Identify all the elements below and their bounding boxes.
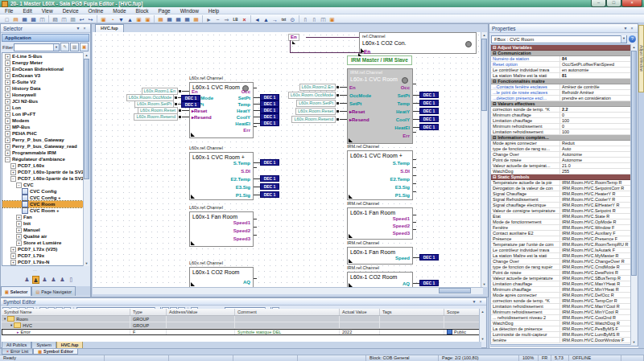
tree-expander-icon[interactable]: +	[5, 73, 10, 79]
property-row[interactable]: Minimum chauffageIRM.Room.HVC.MinYHeat R	[491, 287, 632, 293]
symbol-label[interactable]: L60x.Room2.En	[299, 84, 336, 91]
property-row[interactable]: Change OverAutonome	[491, 152, 632, 158]
port-out-err[interactable]: Err	[402, 133, 410, 139]
property-row[interactable]: ...détection présence escl...prendre en …	[491, 96, 632, 101]
port-out-e2-temp[interactable]: E2.Temp	[230, 177, 250, 183]
port-out-e3-sig[interactable]: E3.Sig	[236, 185, 250, 191]
tree-expander-icon[interactable]: +	[5, 150, 10, 156]
property-value[interactable]: IRM.Room.HVC.MinYHeat R	[560, 287, 632, 292]
port-out-setpt[interactable]: SetPt	[398, 93, 410, 99]
document-tab-hvc-fup[interactable]: HVC.fup	[95, 24, 124, 32]
fbox-family-icon-1[interactable]: ♟	[23, 276, 31, 284]
tree-item-peha-phc[interactable]: +PEHA PHC	[2, 130, 85, 137]
menu-item-file[interactable]: File	[0, 8, 18, 14]
tree-item-pcd7-l60x-1partir-de-la-sv2-13[interactable]: −PCD7_L60x-1partir de la SV2_13	[2, 175, 85, 182]
undo-icon[interactable]: ↩	[78, 15, 86, 23]
splitter-dots[interactable]: ⋯	[33, 268, 37, 273]
port-in-resend[interactable]: ▸Resend	[192, 115, 212, 121]
tree-expander-icon[interactable]: +	[5, 137, 10, 143]
property-row[interactable]: Minimum refroidissementIRM.Room.HVC.MinY…	[491, 310, 632, 315]
symbol-label[interactable]: L60x.Room.Reset	[295, 108, 336, 115]
dec-converter[interactable]: DEC 1	[419, 108, 439, 114]
fbox-l60x-fan-room[interactable]: L60x-1 Fan RoomSpeed1Speed2Speed3	[189, 211, 254, 247]
menu-item-window[interactable]: Window	[175, 8, 204, 14]
insert-lb-icon[interactable]: LB	[232, 15, 240, 23]
fupla-page-icon-5[interactable]: ▦	[192, 15, 200, 23]
property-value[interactable]: IRM.Room.HVC.DefOcc R	[560, 293, 632, 297]
tree-expander-icon[interactable]: +	[5, 60, 10, 66]
close-icon[interactable]: ×	[629, 26, 635, 31]
property-row[interactable]: Minimum chauffage0	[491, 113, 632, 118]
fupla-page-icon-4[interactable]: ▦	[184, 15, 192, 23]
select-tool-icon[interactable]: ►	[205, 15, 213, 23]
dec-converter[interactable]: DEC 1	[260, 159, 279, 166]
property-value[interactable]: IRM.Room.HVC.SBusTemp R	[560, 276, 632, 281]
tree-expander-icon[interactable]: +	[5, 105, 10, 111]
dec-converter[interactable]: DEC 1	[419, 124, 439, 130]
property-row[interactable]: Limitation chauffageIRM.Room.HVC.MaxYHea…	[491, 281, 632, 287]
close-icon[interactable]: ×	[81, 26, 88, 31]
property-value[interactable]: IRM.Room.HVC.CoolerY R	[560, 197, 632, 202]
property-value[interactable]: prendre en considération	[560, 96, 632, 101]
expander-icon[interactable]: ▾	[10, 322, 12, 328]
fbox-family-icon-6[interactable]: ▯	[68, 276, 75, 284]
save-all-icon[interactable]: ▩	[30, 15, 38, 23]
port-out-speed2[interactable]: Speed2	[393, 224, 410, 229]
port-out-heaty[interactable]: HeatY	[237, 109, 250, 114]
symbol-row-room[interactable]: ▾RoomGROUP	[2, 316, 481, 322]
minimize-button[interactable]: –	[591, 0, 606, 7]
tree-item-cvc-room-[interactable]: CVC Room +	[2, 207, 85, 214]
tree-expander-icon[interactable]: +	[5, 131, 10, 137]
menu-item-edit[interactable]: Edit	[18, 8, 36, 14]
port-out-speed3[interactable]: Speed3	[233, 236, 250, 242]
port-in-occmode[interactable]: OccMode	[349, 93, 371, 99]
property-value[interactable]: IRM.Room.HVC.RoomTempRU R	[560, 242, 632, 247]
tree-item-enocean-v3[interactable]: +EnOcean V3	[2, 72, 85, 79]
port-out-cooly[interactable]: CoolY	[237, 115, 250, 121]
port-out-e2-temp[interactable]: E2.Temp	[390, 177, 410, 183]
sidebar-tab-page-navigator[interactable]: ▤Page Navigator	[31, 286, 76, 296]
dec-converter[interactable]: DEC 1	[260, 101, 279, 107]
tree-item-pcd7-l60x[interactable]: +PCD7_L60x	[2, 162, 85, 169]
upload-icon[interactable]: ▲	[126, 15, 134, 23]
property-row[interactable]: ...Contacts fenêtre esclavesArrêtez de c…	[491, 84, 632, 90]
properties-scrollbar[interactable]: ▲ ▼	[630, 44, 637, 345]
property-value[interactable]: IRM.Room.HVC.Setpoint R	[560, 208, 632, 213]
property-row[interactable]: Numéro de station84	[491, 56, 632, 62]
menu-item-view[interactable]: View	[37, 8, 58, 14]
property-value[interactable]: IRM.Room.HVC.MinYCool R	[560, 310, 632, 314]
fbox-adjust-icon[interactable]	[465, 41, 472, 47]
property-value[interactable]: IRM.Room.HVC.ChangeOver R	[560, 259, 632, 264]
connect-tool-icon[interactable]: ⇒	[223, 15, 231, 23]
column-header-actual-value[interactable]: Actual Value	[340, 309, 380, 315]
download-icon[interactable]: ▼	[118, 15, 126, 23]
tree-item-energy-meter[interactable]: +Energy Meter	[2, 59, 85, 66]
property-value[interactable]: 0	[560, 113, 632, 117]
property-value[interactable]: IRM.Room.HVC.DewPoint R	[560, 270, 632, 275]
dec-converter[interactable]: DEC 1	[260, 113, 279, 120]
symbol-row-hvc[interactable]: ▾HVCGROUP	[2, 322, 481, 329]
property-row[interactable]: Minimum refroidissement0	[491, 124, 632, 129]
tree-item-cvc-config-[interactable]: CVC Config +	[2, 195, 85, 201]
dec-converter[interactable]: DEC 1	[419, 92, 439, 98]
port-out-s-di[interactable]: S.DI	[241, 169, 250, 174]
edit-filter-icon[interactable]: ✎	[60, 43, 69, 51]
property-value[interactable]: Occ/SetPt.offse/FanSpeed	[560, 62, 632, 67]
property-value[interactable]: Réduit	[560, 141, 632, 146]
fupla-page-icon-1[interactable]: ▦	[157, 15, 165, 23]
column-header-symbol-name[interactable]: Symbol Name	[2, 309, 130, 315]
tree-item-modem[interactable]: +Modem	[2, 117, 85, 124]
port-out-aq[interactable]: AQ	[243, 280, 250, 285]
filter-combobox[interactable]: ▼	[14, 43, 60, 51]
tree-expander-icon[interactable]: +	[16, 221, 22, 227]
help-icon[interactable]: ?	[629, 35, 636, 43]
tree-expander-icon[interactable]: +	[10, 260, 16, 265]
fbox-family-icon-4[interactable]: ♟	[50, 276, 57, 284]
tree-expander-icon[interactable]: +	[5, 125, 10, 130]
property-value[interactable]: IRM.Room.HVC.MyMaster R	[560, 253, 632, 258]
property-value[interactable]: 21.0	[560, 163, 632, 168]
symbol-label[interactable]: L60x.Room.Resend	[291, 116, 336, 123]
scroll-up-icon[interactable]: ▲	[481, 32, 487, 38]
property-row[interactable]: correction sonde de temp. °K2.2	[491, 107, 632, 113]
property-row[interactable]: Limitation chauffage100	[491, 118, 632, 124]
